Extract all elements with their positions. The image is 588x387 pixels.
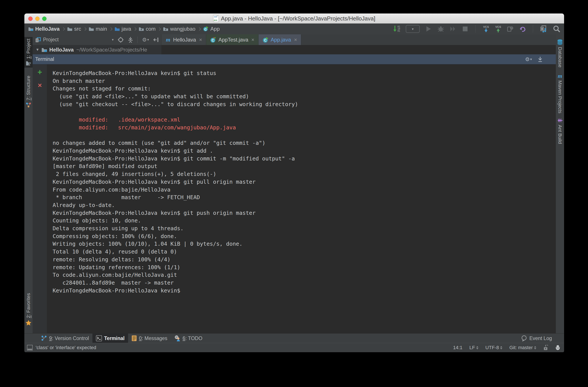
project-panel-header: Project ▾ ⚙▾ bbox=[33, 34, 161, 45]
sidebar-item-maven-projects[interactable]: m Maven Projects bbox=[556, 72, 564, 115]
run-config-dropdown[interactable]: ▾ bbox=[406, 25, 420, 33]
close-tab-icon[interactable]: × bbox=[294, 37, 297, 43]
close-tab-icon[interactable]: × bbox=[199, 37, 202, 43]
project-folder-icon bbox=[28, 27, 34, 31]
gear-icon[interactable]: ⚙▾ bbox=[525, 57, 532, 62]
source-root-folder-icon bbox=[115, 27, 120, 31]
svg-text:m: m bbox=[166, 37, 170, 42]
editor-background bbox=[161, 45, 556, 54]
vcs-commit-icon[interactable]: VCS bbox=[495, 25, 502, 33]
terminal-line: Writing objects: 100% (10/10), 1.04 KiB … bbox=[53, 240, 554, 248]
status-message: 'class' or 'interface' expected bbox=[36, 345, 96, 350]
terminal-line: (use "git add <file>..." to update what … bbox=[53, 93, 554, 101]
window-title: App.java - HelloJava - [~/WorkSpace/Java… bbox=[221, 15, 375, 22]
caret-position[interactable]: 14:1 bbox=[453, 345, 462, 350]
updown-icon bbox=[500, 346, 502, 349]
class-icon: C bbox=[262, 37, 269, 43]
hide-icon[interactable] bbox=[538, 57, 543, 62]
breadcrumb-item-wangjubao[interactable]: wangjubao bbox=[163, 26, 195, 32]
toolwindow-terminal[interactable]: Terminal bbox=[92, 333, 128, 343]
terminal-line: [master 8afd89e] modified output bbox=[53, 163, 554, 170]
breadcrumb-separator-icon bbox=[109, 27, 113, 31]
tab-app-java[interactable]: C App.java × bbox=[259, 34, 301, 45]
breadcrumb-item-main[interactable]: main bbox=[89, 26, 107, 32]
terminal-line: c284001..8afd89e master -> master bbox=[53, 279, 554, 287]
svg-text:m: m bbox=[558, 74, 562, 79]
header-separator bbox=[137, 37, 138, 43]
terminal-line: KevinTongdeMacBook-Pro:HelloJava kevin$ bbox=[53, 287, 554, 295]
expand-arrow-icon[interactable]: ▼ bbox=[36, 48, 39, 52]
terminal-line: From code.aliyun.com:bajie/HelloJava bbox=[53, 186, 554, 194]
terminal-line: KevinTongdeMacBook-Pro:HelloJava kevin$ … bbox=[53, 155, 554, 163]
project-folder-icon bbox=[42, 47, 47, 52]
sidebar-item-database[interactable]: Database bbox=[556, 37, 564, 69]
locate-icon[interactable] bbox=[118, 37, 124, 43]
project-tool-icon bbox=[26, 61, 31, 66]
close-session-icon[interactable]: × bbox=[33, 81, 47, 89]
coverage-icon[interactable] bbox=[450, 25, 456, 33]
local-history-icon[interactable] bbox=[507, 25, 514, 33]
tab-hellojava[interactable]: m HelloJava × bbox=[161, 34, 206, 45]
search-icon[interactable] bbox=[553, 25, 560, 33]
toolwindow-version-control[interactable]: 9: Version Control bbox=[38, 333, 92, 343]
close-tab-icon[interactable]: × bbox=[251, 37, 254, 43]
git-branch-selector[interactable]: Git: master bbox=[509, 345, 536, 350]
terminal-output[interactable]: KevinTongdeMacBook-Pro:HelloJava kevin$ … bbox=[53, 69, 554, 294]
breadcrumb-item-java[interactable]: java bbox=[115, 26, 131, 32]
breadcrumb-separator-icon bbox=[83, 27, 87, 31]
main-toolbar: 011001 ▾ VCS VCS bbox=[393, 25, 564, 33]
package-icon bbox=[139, 27, 144, 31]
terminal-line: On branch master bbox=[53, 77, 554, 85]
favorites-star-icon bbox=[25, 320, 32, 326]
breadcrumb-item-com[interactable]: com bbox=[139, 26, 155, 32]
svg-text:C: C bbox=[204, 27, 207, 31]
hide-panel-icon[interactable] bbox=[153, 37, 159, 42]
terminal-header[interactable]: Terminal ⚙▾ bbox=[33, 54, 556, 64]
event-log-button[interactable]: Event Log bbox=[521, 333, 564, 343]
update-code-icon[interactable]: 011001 bbox=[393, 25, 400, 33]
terminal-line: 2 files changed, 49 insertions(+), 5 del… bbox=[53, 170, 554, 178]
debug-icon[interactable] bbox=[438, 25, 444, 33]
chevron-down-icon[interactable]: ▾ bbox=[112, 38, 113, 42]
breadcrumb-separator-icon bbox=[197, 27, 201, 31]
terminal-panel[interactable]: + × KevinTongdeMacBook-Pro:HelloJava kev… bbox=[33, 64, 556, 333]
sidebar-item-favorites[interactable]: 2: Favorites bbox=[24, 291, 33, 327]
hide-toolwindows-icon[interactable] bbox=[27, 345, 33, 350]
folder-icon bbox=[67, 27, 72, 31]
stop-icon[interactable] bbox=[462, 25, 468, 33]
terminal-line: modified: .idea/workspace.xml bbox=[53, 116, 554, 124]
run-icon[interactable] bbox=[425, 25, 432, 33]
messages-icon bbox=[132, 335, 137, 341]
event-log-icon bbox=[521, 335, 527, 341]
breadcrumb: HelloJava src main java com wangjubao bbox=[24, 26, 220, 32]
line-separator-selector[interactable]: LF bbox=[469, 345, 478, 350]
breadcrumb-item-app[interactable]: C App bbox=[203, 26, 220, 32]
sidebar-item-ant-build[interactable]: Ant Build bbox=[556, 116, 564, 146]
toolwindow-todo[interactable]: 6: TODO bbox=[171, 333, 206, 343]
sidebar-item-project[interactable]: 1: Project bbox=[24, 37, 33, 68]
sidebar-item-structure[interactable]: 7: Structure bbox=[24, 74, 33, 110]
hector-icon[interactable] bbox=[555, 345, 561, 350]
terminal-line: Already up-to-date. bbox=[53, 201, 554, 209]
title-bar: java App.java - HelloJava - [~/WorkSpace… bbox=[24, 14, 564, 24]
encoding-selector[interactable]: UTF-8 bbox=[485, 345, 502, 350]
project-tree-root-row[interactable]: ▼ HelloJava ~/WorkSpace/JavaProjects/He bbox=[33, 45, 161, 54]
rollback-icon[interactable] bbox=[519, 25, 526, 33]
unlock-icon[interactable] bbox=[543, 345, 548, 350]
terminal-line: Compressing objects: 100% (6/6), done. bbox=[53, 232, 554, 240]
terminal-line: remote: Resolving deltas: 100% (4/4) bbox=[53, 256, 554, 264]
updown-icon bbox=[476, 346, 478, 349]
package-icon bbox=[163, 27, 168, 31]
breadcrumb-item-src[interactable]: src bbox=[67, 26, 81, 32]
collapse-all-icon[interactable] bbox=[128, 37, 133, 43]
test-class-icon: C bbox=[210, 37, 216, 43]
breadcrumb-item-hellojava[interactable]: HelloJava bbox=[28, 26, 60, 32]
maven-icon: m bbox=[557, 74, 563, 79]
tab-apptest-java[interactable]: C AppTest.java × bbox=[206, 34, 258, 45]
project-structure-icon[interactable] bbox=[540, 25, 547, 33]
gear-icon[interactable]: ⚙▾ bbox=[142, 37, 149, 42]
toolwindow-messages[interactable]: 0: Messages bbox=[128, 333, 171, 343]
vcs-update-icon[interactable]: VCS bbox=[483, 25, 489, 33]
database-icon bbox=[557, 39, 563, 45]
add-session-icon[interactable]: + bbox=[33, 68, 47, 76]
